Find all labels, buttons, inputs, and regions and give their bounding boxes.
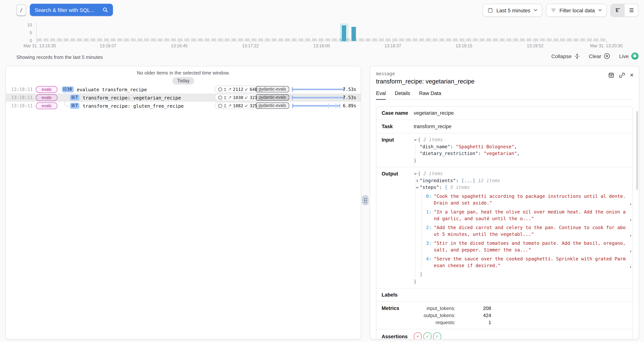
input-json-tree: { 2 items "dish_name": "Spaghetti Bologn… xyxy=(414,136,520,164)
input-arrow-icon: ↗ xyxy=(228,87,232,92)
chevron-down-icon[interactable] xyxy=(414,138,417,142)
x-tick xyxy=(108,41,108,43)
duration-bar-tick xyxy=(338,95,339,100)
collapse-icon xyxy=(574,53,580,59)
trace-row-gluten-free[interactable]: 13:18:11 evals ⊞ 7 transform_recipe: glu… xyxy=(6,102,361,110)
dock-panel-icon[interactable] xyxy=(608,72,614,78)
tag-badge-evals[interactable]: evals xyxy=(36,94,58,101)
steps-close-line: ] xyxy=(420,271,633,278)
y-tick-label: 10 xyxy=(22,23,32,27)
chevron-down-icon xyxy=(598,9,602,12)
chevron-down-icon[interactable] xyxy=(414,172,417,176)
y-tick-label: 0 xyxy=(22,38,32,43)
slash-key-label: / xyxy=(20,7,23,13)
span-name[interactable]: evaluate transform_recipe xyxy=(77,87,147,92)
chevron-right-icon[interactable] xyxy=(416,179,419,182)
tag-badge-evals[interactable]: evals xyxy=(36,102,58,109)
tab-details[interactable]: Details xyxy=(395,90,410,100)
panel-header-actions: × xyxy=(608,72,634,78)
live-toggle[interactable]: Live xyxy=(619,52,638,60)
token-usage-pill: Σ ↗ 1030 ↙ 323 xyxy=(215,94,261,101)
clear-label: Clear xyxy=(589,53,601,59)
filter-local-data-dropdown[interactable]: Filter local data xyxy=(546,4,607,17)
assertion-fail-icon[interactable]: × xyxy=(414,332,422,340)
sigma-icon: Σ xyxy=(224,95,226,100)
trace-row-evaluate[interactable]: 13:18:11 evals ⊟ 16 evaluate transform_r… xyxy=(6,85,361,94)
collapsed-array-preview[interactable]: [...] xyxy=(462,177,475,184)
close-icon[interactable]: × xyxy=(630,72,634,78)
tag-badge-evals[interactable]: evals xyxy=(36,86,58,93)
coin-icon xyxy=(218,95,222,100)
panel-scrollbar[interactable] xyxy=(636,111,638,190)
expand-square-icon: ⊞ xyxy=(71,95,75,100)
x-tick xyxy=(250,41,251,43)
x-tick-label: 13:16:45 xyxy=(171,44,188,48)
date-chip[interactable]: Today xyxy=(172,77,194,84)
assertion-pass-icon[interactable]: ✓ xyxy=(423,332,432,340)
tab-raw-data[interactable]: Raw Data xyxy=(419,90,441,100)
collapse-button[interactable]: Collapse xyxy=(552,53,580,59)
steps-line: "steps": [ 5 items xyxy=(420,184,633,191)
clear-button[interactable]: Clear xyxy=(589,53,610,59)
list-view-button[interactable] xyxy=(624,4,638,16)
items-count: 2 items xyxy=(420,170,443,177)
items-count: 5 items xyxy=(448,184,470,191)
duration-bar xyxy=(292,97,344,98)
span-name[interactable]: transform_recipe: vegetarian_recipe xyxy=(83,95,181,100)
chevron-down-icon[interactable] xyxy=(416,186,419,189)
tab-eval[interactable]: Eval xyxy=(376,90,386,100)
duration-bar-track xyxy=(284,94,339,102)
metric: input_tokens:208 xyxy=(414,305,491,312)
x-tick-label: 13:17:22 xyxy=(242,44,259,48)
time-range-dropdown[interactable]: Last 5 minutes xyxy=(483,4,542,17)
duration-bar xyxy=(292,105,340,106)
duration-text: 7.53s xyxy=(343,95,356,100)
input-label: Input xyxy=(382,136,414,144)
duration-bar-track xyxy=(284,102,339,110)
x-tick-label: 13:18:00 xyxy=(313,44,330,48)
metric: requests:1 xyxy=(414,319,491,326)
live-label: Live xyxy=(619,53,629,59)
ingredients-line: "ingredients": [...] 12 items xyxy=(420,177,633,184)
panel-resize-handle[interactable] xyxy=(362,195,368,205)
input-arrow-icon: ↗ xyxy=(228,95,232,100)
detail-tabs: Eval Details Raw Data xyxy=(376,90,633,100)
expand-children-badge[interactable]: ⊞ 7 xyxy=(70,94,80,100)
labels-label: Labels xyxy=(382,291,414,298)
search-button[interactable]: Search & filter with SQL... xyxy=(30,4,113,16)
eval-detail-card: Case name vegetarian_recipe Task transfo… xyxy=(376,106,633,340)
span-name[interactable]: transform_recipe: gluten_free_recipe xyxy=(83,103,184,109)
expand-children-badge[interactable]: ⊞ 7 xyxy=(70,103,80,108)
assertions-label: Assertions xyxy=(382,333,414,340)
assertions-row: Assertions × ✓ ✓ xyxy=(376,329,632,340)
coin-icon xyxy=(218,87,222,92)
token-usage-pill: Σ ↗ 2112 ↙ 648 xyxy=(215,86,261,93)
row-timestamp: 13:18:11 xyxy=(11,95,33,100)
step-item: 1: "In a large pan, heat the olive oil o… xyxy=(426,209,633,222)
trace-row-vegetarian[interactable]: 13:18:11 evals ⊞ 7 transform_recipe: veg… xyxy=(6,94,361,102)
calendar-icon xyxy=(488,8,493,13)
x-tick xyxy=(37,41,37,43)
empty-bins-dashes xyxy=(37,38,607,41)
trace-list-panel: No older items in the selected time wind… xyxy=(6,66,361,340)
histogram-bar[interactable] xyxy=(352,27,356,41)
coin-icon xyxy=(218,104,222,108)
x-tick xyxy=(606,41,607,43)
view-mode-toggle xyxy=(610,4,638,17)
children-count: 7 xyxy=(75,95,78,100)
link-icon[interactable] xyxy=(619,72,625,78)
duration-text: 6.89s xyxy=(343,103,356,108)
row-timestamp: 13:18:11 xyxy=(11,87,33,92)
selected-bin-outline[interactable] xyxy=(340,24,348,42)
collapse-children-badge[interactable]: ⊟ 16 xyxy=(62,86,74,92)
duration-bar xyxy=(292,89,344,90)
task-label: Task xyxy=(382,123,414,130)
record-kind-label: message xyxy=(376,71,633,76)
output-arrow-icon: ↙ xyxy=(245,87,248,92)
metrics-row: Metrics input_tokens:208 output_tokens:4… xyxy=(376,302,632,329)
assertion-pass-icon[interactable]: ✓ xyxy=(433,332,441,340)
input-token-count: 1082 xyxy=(233,103,243,108)
search-icon xyxy=(103,7,108,13)
task-row: Task transform_recipe xyxy=(376,120,632,133)
tree-view-button[interactable] xyxy=(611,4,624,16)
